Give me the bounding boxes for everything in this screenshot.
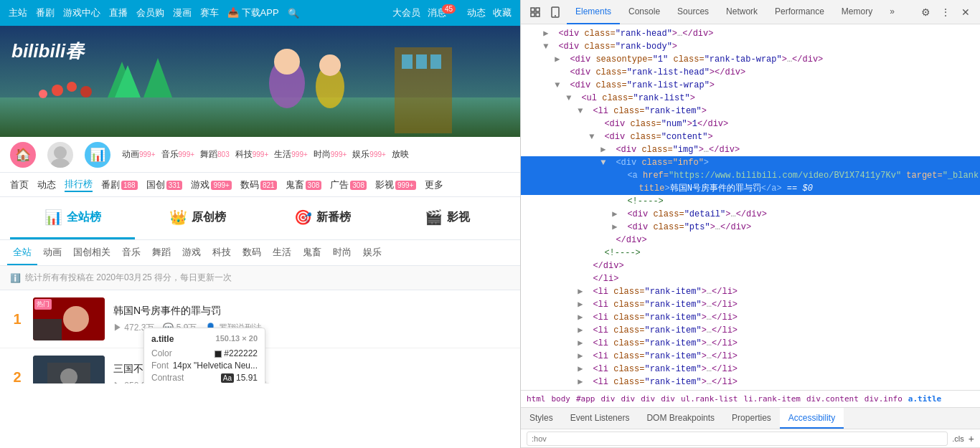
dom-line-13-selected[interactable]: ▶ title>韩国N号房事件的罪与罚</a> == $0 [521, 182, 980, 195]
breadcrumb-li[interactable]: li.rank-item [743, 394, 800, 404]
nav-shop[interactable]: 会员购 [136, 6, 164, 19]
expand-arrow[interactable]: ▶ [578, 376, 588, 389]
breadcrumb-div3[interactable]: div [641, 394, 655, 404]
cat-tab-music[interactable]: 音乐 [116, 240, 146, 265]
rank-tab-all[interactable]: 📊 全站榜 [10, 197, 135, 239]
dom-tree[interactable]: ▶ <div class="rank-head">…</div> ▼ <div … [521, 24, 980, 390]
devtools-tab-network[interactable]: Network [717, 0, 766, 24]
expand-arrow[interactable]: ▶ [578, 363, 588, 376]
expand-arrow[interactable]: ▼ [600, 156, 611, 169]
dom-line-24[interactable]: ▶ <li class="rank-item">…</li> [521, 324, 980, 337]
breadcrumb-div1[interactable]: div [601, 394, 616, 404]
expand-arrow[interactable]: ▶ [578, 311, 588, 324]
devtools-inspect-icon[interactable] [527, 4, 544, 21]
nav-link-game[interactable]: 游戏999+ [191, 178, 232, 191]
rank-tab-film[interactable]: 🎬 影视 [385, 197, 510, 239]
panel-tab-properties[interactable]: Properties [723, 408, 780, 429]
nav-race[interactable]: 赛车 [200, 6, 219, 19]
breadcrumb-ul[interactable]: ul.rank-list [681, 394, 738, 404]
breadcrumb-app[interactable]: #app [576, 394, 595, 404]
nav-link-dynamic[interactable]: 动态 [37, 178, 56, 191]
breadcrumb-div-content[interactable]: div.content [806, 394, 859, 404]
dom-line-22[interactable]: ▶ <li class="rank-item">…</li> [521, 298, 980, 311]
breadcrumb-html[interactable]: html [527, 394, 546, 404]
devtools-tab-sources[interactable]: Sources [669, 0, 717, 24]
devtools-settings-icon[interactable]: ⚙ [917, 4, 934, 21]
breadcrumb-div-info[interactable]: div.info [864, 394, 903, 404]
expand-arrow[interactable]: ▼ [589, 130, 599, 143]
nav-link-rank[interactable]: 排行榜 [65, 178, 93, 192]
cat-tab-digital[interactable]: 数码 [237, 240, 267, 265]
nav-vip[interactable]: 大会员 [392, 6, 420, 19]
dom-line-20[interactable]: ▶ </li> [521, 272, 980, 285]
home-icon[interactable]: 🏠 [10, 142, 36, 168]
dom-line-3[interactable]: ▶ <div seasontype="1" class="rank-tab-wr… [521, 53, 980, 66]
filter-pseudo-label[interactable]: .cls [952, 434, 964, 443]
cat-music[interactable]: 音乐999+ [161, 148, 195, 161]
devtools-close-icon[interactable]: ✕ [957, 4, 974, 21]
nav-download[interactable]: 📥 下载APP [227, 6, 279, 19]
nav-collection[interactable]: 收藏 [493, 6, 512, 19]
dom-line-18[interactable]: ▶ <!----> [521, 247, 980, 259]
rank-tab-new[interactable]: 🎯 新番榜 [260, 197, 385, 239]
dom-line-6[interactable]: ▼ <ul class="rank-list"> [521, 92, 980, 105]
dom-line-27[interactable]: ▶ <li class="rank-item">…</li> [521, 363, 980, 376]
panel-tab-event-listeners[interactable]: Event Listeners [562, 408, 639, 429]
nav-link-more[interactable]: 更多 [425, 178, 443, 191]
rank-tab-original[interactable]: 👑 原创榜 [135, 197, 260, 239]
cat-tab-fashion[interactable]: 时尚 [327, 240, 357, 265]
cat-tab-guochuang[interactable]: 国创相关 [67, 240, 116, 265]
nav-message[interactable]: 消息45 [428, 6, 460, 19]
expand-arrow[interactable]: ▶ [578, 298, 588, 311]
dom-line-15[interactable]: ▶ <div class="detail">…</div> [521, 208, 980, 221]
expand-arrow[interactable]: ▶ [578, 285, 588, 298]
breadcrumb-div4[interactable]: div [661, 394, 675, 404]
nav-manga[interactable]: 漫画 [173, 6, 192, 19]
dom-line-8[interactable]: ▶ <div class="num">1</div> [521, 118, 980, 130]
devtools-tab-console[interactable]: Console [620, 0, 669, 24]
nav-bangumi[interactable]: 番剧 [36, 6, 55, 19]
dom-line-7[interactable]: ▼ <li class="rank-item"> [521, 105, 980, 118]
expand-arrow[interactable]: ▶ [600, 143, 611, 156]
nav-home[interactable]: 主站 [9, 6, 27, 19]
panel-tab-accessibility[interactable]: Accessibility [780, 408, 844, 429]
cat-tab-life[interactable]: 生活 [267, 240, 297, 265]
expand-arrow[interactable]: ▶ [555, 53, 565, 66]
dom-line-2[interactable]: ▼ <div class="rank-body"> [521, 40, 980, 53]
dom-line-17[interactable]: ▶ </div> [521, 234, 980, 247]
cat-dance[interactable]: 舞蹈803 [200, 148, 230, 161]
dom-line-14[interactable]: ▶ <!----> [521, 195, 980, 208]
cat-tab-entertainment[interactable]: 娱乐 [357, 240, 387, 265]
dom-line-23[interactable]: ▶ <li class="rank-item">…</li> [521, 311, 980, 324]
dom-line-19[interactable]: ▶ </div> [521, 259, 980, 272]
devtools-tab-elements[interactable]: Elements [567, 0, 620, 24]
cat-tab-all[interactable]: 全站 [7, 240, 37, 265]
nav-link-home[interactable]: 首页 [10, 178, 29, 191]
nav-dynamic[interactable]: 动态 [467, 6, 486, 19]
nav-link-digital[interactable]: 数码821 [240, 178, 277, 191]
breadcrumb-body[interactable]: body [552, 394, 571, 404]
devtools-tab-memory[interactable]: Memory [833, 0, 881, 24]
cat-tab-dance[interactable]: 舞蹈 [146, 240, 176, 265]
dom-line-16[interactable]: ▶ <div class="pts">…</div> [521, 221, 980, 234]
expand-arrow[interactable]: ▼ [578, 105, 588, 118]
rank-thumb-1[interactable]: 热门 [33, 297, 105, 340]
devtools-tab-performance[interactable]: Performance [766, 0, 833, 24]
cat-film[interactable]: 放映 [392, 148, 409, 161]
chart-icon[interactable]: 📊 [85, 142, 110, 168]
expand-arrow[interactable]: ▼ [566, 92, 576, 105]
nav-link-guochuang[interactable]: 国创331 [146, 178, 183, 191]
expand-arrow[interactable]: ▶ [578, 324, 588, 337]
cat-entertainment[interactable]: 娱乐999+ [352, 148, 386, 161]
rank-title-1[interactable]: 韩国N号房事件的罪与罚 [113, 305, 510, 318]
nav-live[interactable]: 直播 [109, 6, 128, 19]
expand-arrow[interactable]: ▶ [612, 221, 622, 234]
cat-animation[interactable]: 动画999+ [122, 148, 156, 161]
devtools-tab-more[interactable]: » [881, 0, 903, 24]
breadcrumb-div2[interactable]: div [621, 394, 635, 404]
nav-link-ghost[interactable]: 鬼畜308 [286, 178, 322, 191]
expand-arrow[interactable]: ▶ [612, 208, 622, 221]
expand-arrow[interactable]: ▼ [543, 40, 553, 53]
devtools-device-icon[interactable] [547, 4, 564, 21]
cat-tab-tech[interactable]: 科技 [207, 240, 237, 265]
